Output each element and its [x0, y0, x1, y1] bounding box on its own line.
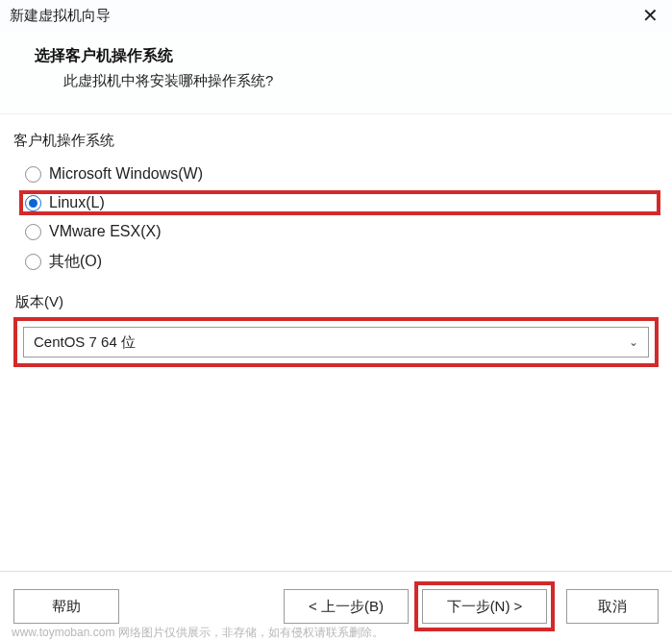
radio-label: VMware ESX(X) — [49, 223, 161, 240]
radio-icon — [25, 195, 41, 211]
wizard-content: 客户机操作系统 Microsoft Windows(W) Linux(L) VM… — [0, 114, 672, 367]
version-section: 版本(V) CentOS 7 64 位 ⌄ — [13, 293, 659, 367]
help-button[interactable]: 帮助 — [13, 589, 119, 624]
page-title: 选择客户机操作系统 — [35, 46, 662, 66]
wizard-footer: 帮助 < 上一步(B) 下一步(N) > 取消 — [0, 571, 672, 641]
next-button[interactable]: 下一步(N) > — [422, 589, 547, 624]
radio-other[interactable]: 其他(O) — [21, 250, 659, 274]
version-highlight-box: CentOS 7 64 位 ⌄ — [13, 317, 659, 367]
version-select[interactable]: CentOS 7 64 位 ⌄ — [23, 327, 649, 357]
radio-linux[interactable]: Linux(L) — [21, 192, 659, 213]
version-label: 版本(V) — [13, 293, 659, 311]
radio-vmware-esx[interactable]: VMware ESX(X) — [21, 221, 659, 242]
titlebar: 新建虚拟机向导 ✕ — [0, 0, 672, 31]
back-button[interactable]: < 上一步(B) — [284, 589, 409, 624]
window-title: 新建虚拟机向导 — [10, 7, 111, 25]
radio-label: Linux(L) — [49, 194, 105, 211]
radio-windows[interactable]: Microsoft Windows(W) — [21, 163, 659, 185]
chevron-down-icon: ⌄ — [629, 335, 638, 349]
wizard-header: 选择客户机操作系统 此虚拟机中将安装哪种操作系统? — [0, 31, 672, 114]
close-icon[interactable]: ✕ — [642, 6, 659, 25]
os-radio-group: Microsoft Windows(W) Linux(L) VMware ESX… — [13, 163, 659, 274]
page-subtitle: 此虚拟机中将安装哪种操作系统? — [35, 72, 662, 90]
radio-label: Microsoft Windows(W) — [49, 165, 203, 183]
radio-icon — [25, 254, 41, 270]
radio-icon — [25, 224, 41, 240]
version-selected-value: CentOS 7 64 位 — [34, 333, 136, 352]
next-highlight-box: 下一步(N) > — [414, 581, 555, 631]
cancel-button[interactable]: 取消 — [566, 589, 659, 624]
os-group-label: 客户机操作系统 — [13, 132, 659, 150]
radio-label: 其他(O) — [49, 252, 102, 272]
radio-icon — [25, 166, 41, 183]
